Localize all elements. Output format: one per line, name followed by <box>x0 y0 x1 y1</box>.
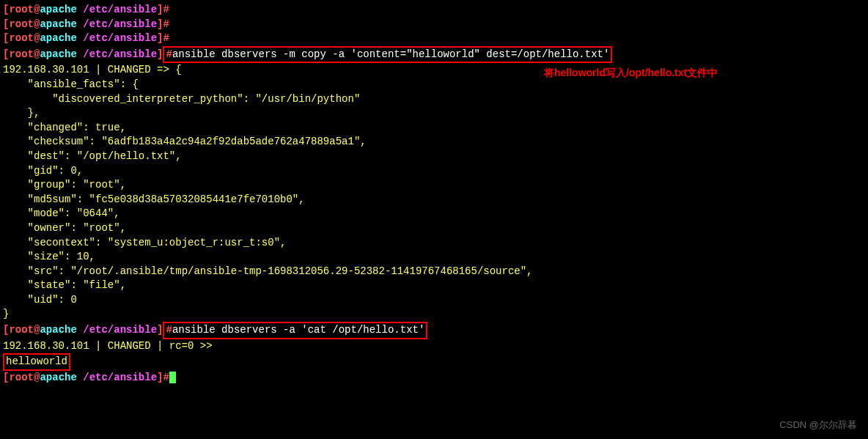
output-line: }, <box>3 106 865 121</box>
highlighted-command-2: #ansible dbservers -a 'cat /opt/hello.tx… <box>163 322 427 339</box>
output-line: "state": "file", <box>3 278 865 293</box>
prompt-line-3: [root@apache /etc/ansible]# <box>3 32 865 46</box>
output-line: "group": "root", <box>3 178 865 193</box>
output-line: "size": 10, <box>3 250 865 265</box>
prompt-line-final: [root@apache /etc/ansible]# <box>3 371 865 385</box>
output-line: "checksum": "6adfb183a4a2c94a2f92dab5ade… <box>3 135 865 150</box>
output-line: "owner": "root", <box>3 221 865 236</box>
output-header-1: 192.168.30.101 | CHANGED => { <box>3 63 865 78</box>
prompt-line-2: [root@apache /etc/ansible]# <box>3 18 865 32</box>
output-line: "changed": true, <box>3 121 865 136</box>
prompt-line-1: [root@apache /etc/ansible]# <box>3 3 865 18</box>
output-result-line: helloworld <box>3 353 865 371</box>
highlighted-command-1: #ansible dbservers -m copy -a 'content="… <box>163 46 612 64</box>
command-line-1: [root@apache /etc/ansible]#ansible dbser… <box>3 46 865 64</box>
output-header-2: 192.168.30.101 | CHANGED | rc=0 >> <box>3 339 865 354</box>
watermark: CSDN @尔尔辞暮 <box>779 418 857 432</box>
command-line-2: [root@apache /etc/ansible]#ansible dbser… <box>3 322 865 339</box>
cursor <box>169 372 176 383</box>
output-line: "uid": 0 <box>3 293 865 308</box>
output-line: "md5sum": "fc5e038d38a57032085441e7fe701… <box>3 193 865 207</box>
output-line: "src": "/root/.ansible/tmp/ansible-tmp-1… <box>3 265 865 279</box>
output-line: "secontext": "system_u:object_r:usr_t:s0… <box>3 236 865 251</box>
terminal-output: [root@apache /etc/ansible]# [root@apache… <box>3 3 865 385</box>
output-line: "ansible_facts": { <box>3 78 865 92</box>
highlighted-result: helloworld <box>3 353 70 371</box>
output-line: "gid": 0, <box>3 164 865 179</box>
output-line: "discovered_interpreter_python": "/usr/b… <box>3 92 865 107</box>
output-line: "mode": "0644", <box>3 207 865 221</box>
output-line: "dest": "/opt/hello.txt", <box>3 150 865 164</box>
output-close: } <box>3 307 865 322</box>
annotation-text: 将helloworld写入/opt/hello.txt文件中 <box>544 66 718 81</box>
